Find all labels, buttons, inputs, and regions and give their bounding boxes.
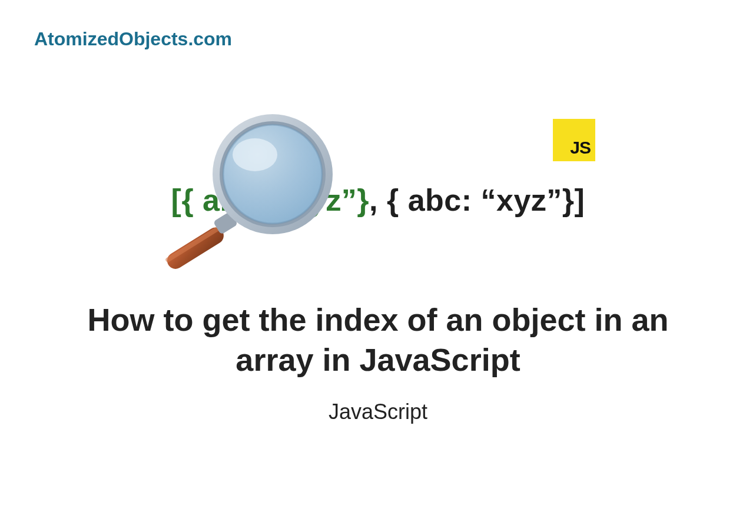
svg-rect-0: [164, 224, 227, 272]
js-badge-label: JS: [570, 138, 591, 158]
js-badge: JS: [553, 119, 595, 161]
code-bracket-close: ]: [575, 183, 585, 217]
code-first-object: { abc: “xyz”}: [181, 183, 369, 217]
article-title: How to get the index of an object in an …: [84, 300, 672, 380]
site-logo[interactable]: AtomizedObjects.com: [34, 28, 232, 50]
code-bracket-open: [: [171, 183, 182, 217]
hero-section: JS [{ abc: “xyz”}, { abc: “xyz”}]: [0, 135, 756, 424]
code-separator: ,: [369, 183, 387, 217]
svg-point-6: [233, 138, 277, 171]
svg-rect-1: [165, 225, 221, 263]
article-category: JavaScript: [329, 400, 427, 424]
code-snippet-text: [{ abc: “xyz”}, { abc: “xyz”}]: [171, 182, 585, 218]
code-illustration: JS [{ abc: “xyz”}, { abc: “xyz”}]: [0, 135, 756, 265]
code-second-object: { abc: “xyz”}: [387, 183, 575, 217]
